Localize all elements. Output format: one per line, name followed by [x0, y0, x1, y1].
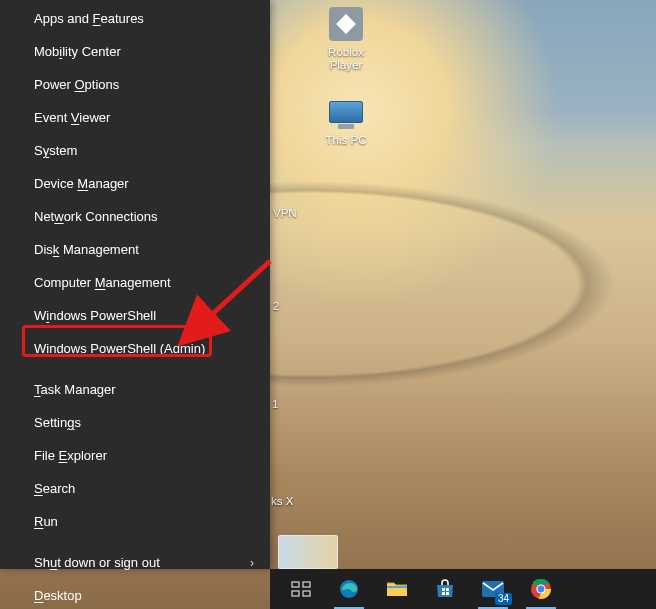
winx-item-label: Search [34, 481, 75, 496]
winx-item-label: Network Connections [34, 209, 158, 224]
winx-item-label: Task Manager [34, 382, 116, 397]
folder-icon [386, 579, 408, 599]
screenshot-root: Roblox Player This PC VPN 2 1 ks X Apps … [0, 0, 656, 609]
winx-item-label: System [34, 143, 77, 158]
winx-item-label: Power Options [34, 77, 119, 92]
winx-item-mobility-center[interactable]: Mobility Center [0, 35, 270, 68]
winx-item-label: Desktop [34, 588, 82, 603]
svg-rect-8 [446, 588, 449, 591]
winx-item-shutdown-signout[interactable]: Shut down or sign out› [0, 546, 270, 579]
winx-item-powershell-admin[interactable]: Windows PowerShell (Admin) [0, 332, 270, 365]
mail-unread-badge: 34 [495, 593, 512, 605]
taskbar-app-edge[interactable] [326, 569, 372, 609]
svg-rect-4 [303, 591, 310, 596]
desktop-icon-this-pc[interactable]: This PC [308, 92, 384, 147]
desktop-icon-roblox-player[interactable]: Roblox Player [308, 4, 384, 72]
edge-icon [338, 578, 360, 600]
svg-rect-10 [446, 592, 449, 595]
winx-item-computer-management[interactable]: Computer Management [0, 266, 270, 299]
winx-item-label: Device Manager [34, 176, 129, 191]
winx-item-label: Windows PowerShell (Admin) [34, 341, 205, 356]
task-view-icon [291, 579, 311, 599]
desktop-icon-label-partial-vpn: VPN [273, 207, 297, 219]
taskbar-app-store[interactable] [422, 569, 468, 609]
winx-item-label: Shut down or sign out [34, 555, 160, 570]
winx-item-label: Computer Management [34, 275, 171, 290]
winx-item-run[interactable]: Run [0, 505, 270, 538]
winx-item-apps-and-features[interactable]: Apps and Features [0, 2, 270, 35]
taskbar-task-view-button[interactable] [278, 569, 324, 609]
svg-rect-3 [292, 591, 299, 596]
winx-item-label: Run [34, 514, 58, 529]
chevron-right-icon: › [250, 556, 254, 570]
winx-item-task-manager[interactable]: Task Manager [0, 373, 270, 406]
winx-menu: Apps and FeaturesMobility CenterPower Op… [0, 0, 270, 569]
winx-item-event-viewer[interactable]: Event Viewer [0, 101, 270, 134]
winx-item-power-options[interactable]: Power Options [0, 68, 270, 101]
taskbar-app-mail[interactable]: 34 [470, 569, 516, 609]
roblox-icon [326, 4, 366, 44]
chrome-icon [530, 578, 552, 600]
desktop-icon-label: Roblox Player [328, 46, 364, 72]
taskbar-app-file-explorer[interactable] [374, 569, 420, 609]
winx-item-settings[interactable]: Settings [0, 406, 270, 439]
svg-rect-1 [292, 582, 299, 587]
store-icon [434, 578, 456, 600]
winx-item-disk-management[interactable]: Disk Management [0, 233, 270, 266]
computer-icon [326, 92, 366, 132]
winx-item-system[interactable]: System [0, 134, 270, 167]
taskbar-app-chrome[interactable] [518, 569, 564, 609]
desktop-icon-label-partial: 2 [273, 300, 279, 312]
winx-item-network-connections[interactable]: Network Connections [0, 200, 270, 233]
svg-rect-9 [442, 592, 445, 595]
winx-item-search[interactable]: Search [0, 472, 270, 505]
winx-item-label: Event Viewer [34, 110, 110, 125]
winx-item-label: Disk Management [34, 242, 139, 257]
winx-item-label: Windows PowerShell [34, 308, 156, 323]
winx-item-label: File Explorer [34, 448, 107, 463]
winx-item-label: Apps and Features [34, 11, 144, 26]
svg-rect-7 [442, 588, 445, 591]
winx-item-file-explorer[interactable]: File Explorer [0, 439, 270, 472]
svg-point-14 [538, 586, 545, 593]
winx-item-device-manager[interactable]: Device Manager [0, 167, 270, 200]
winx-item-label: Mobility Center [34, 44, 121, 59]
winx-item-label: Settings [34, 415, 81, 430]
taskbar-window-preview[interactable] [278, 535, 338, 569]
desktop-icon-label: This PC [326, 134, 367, 147]
winx-item-powershell[interactable]: Windows PowerShell [0, 299, 270, 332]
taskbar: 34 [270, 569, 656, 609]
desktop-icon-label-partial: ks X [271, 495, 293, 507]
desktop-icon-label-partial: 1 [272, 398, 278, 410]
svg-rect-2 [303, 582, 310, 587]
winx-item-desktop[interactable]: Desktop [0, 579, 270, 609]
svg-rect-6 [387, 586, 407, 588]
